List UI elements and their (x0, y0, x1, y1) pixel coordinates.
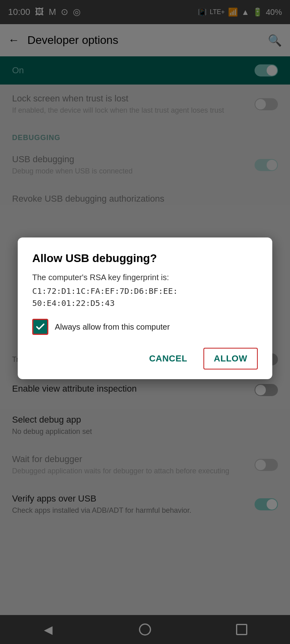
cancel-button[interactable]: CANCEL (139, 348, 197, 369)
dialog-title: Allow USB debugging? (32, 252, 258, 265)
dialog-buttons: CANCEL ALLOW (32, 348, 258, 369)
dialog-body-intro: The computer's RSA key fingerprint is: (32, 271, 258, 283)
dialog-fingerprint: C1:72:D1:1C:FA:EF:7D:D6:BF:EE:50:E4:01:2… (32, 285, 258, 309)
allow-button[interactable]: ALLOW (203, 348, 258, 369)
always-allow-row: Always allow from this computer (32, 319, 258, 335)
usb-debugging-dialog: Allow USB debugging? The computer's RSA … (18, 237, 272, 379)
always-allow-checkbox[interactable] (32, 319, 48, 335)
checkmark-icon (35, 322, 46, 332)
always-allow-label: Always allow from this computer (55, 322, 170, 332)
